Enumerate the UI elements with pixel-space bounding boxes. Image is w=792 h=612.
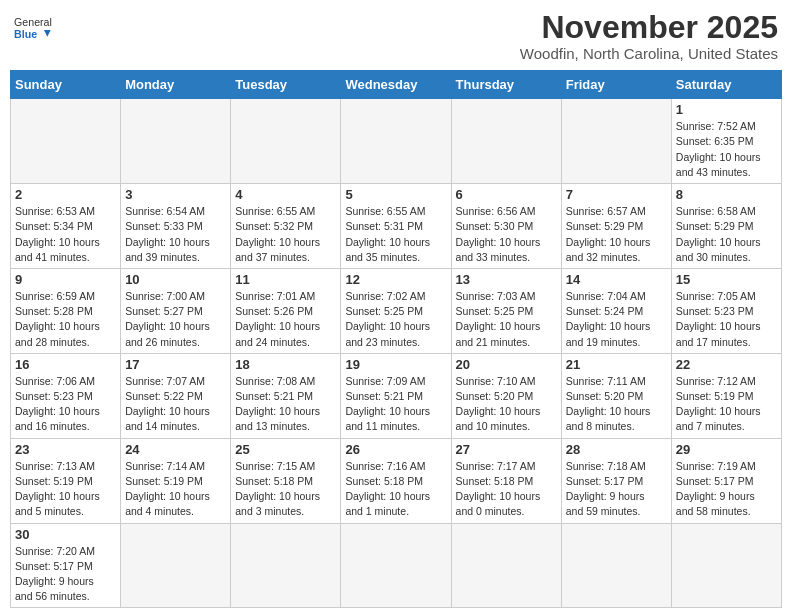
day-info: Sunrise: 7:00 AM Sunset: 5:27 PM Dayligh… [125, 289, 226, 350]
day-info: Sunrise: 7:10 AM Sunset: 5:20 PM Dayligh… [456, 374, 557, 435]
day-cell [561, 523, 671, 608]
day-number: 4 [235, 187, 336, 202]
day-info: Sunrise: 7:15 AM Sunset: 5:18 PM Dayligh… [235, 459, 336, 520]
svg-text:Blue: Blue [14, 28, 37, 40]
day-cell: 19Sunrise: 7:09 AM Sunset: 5:21 PM Dayli… [341, 353, 451, 438]
day-number: 30 [15, 527, 116, 542]
day-cell: 16Sunrise: 7:06 AM Sunset: 5:23 PM Dayli… [11, 353, 121, 438]
day-info: Sunrise: 7:18 AM Sunset: 5:17 PM Dayligh… [566, 459, 667, 520]
day-info: Sunrise: 6:53 AM Sunset: 5:34 PM Dayligh… [15, 204, 116, 265]
day-cell: 8Sunrise: 6:58 AM Sunset: 5:29 PM Daylig… [671, 184, 781, 269]
page-header: General Blue November 2025 Woodfin, Nort… [10, 10, 782, 62]
day-number: 21 [566, 357, 667, 372]
day-cell: 15Sunrise: 7:05 AM Sunset: 5:23 PM Dayli… [671, 268, 781, 353]
day-info: Sunrise: 6:55 AM Sunset: 5:31 PM Dayligh… [345, 204, 446, 265]
day-cell: 7Sunrise: 6:57 AM Sunset: 5:29 PM Daylig… [561, 184, 671, 269]
day-info: Sunrise: 7:17 AM Sunset: 5:18 PM Dayligh… [456, 459, 557, 520]
day-cell: 13Sunrise: 7:03 AM Sunset: 5:25 PM Dayli… [451, 268, 561, 353]
day-cell: 12Sunrise: 7:02 AM Sunset: 5:25 PM Dayli… [341, 268, 451, 353]
svg-text:General: General [14, 16, 52, 28]
day-cell [231, 523, 341, 608]
day-info: Sunrise: 7:13 AM Sunset: 5:19 PM Dayligh… [15, 459, 116, 520]
day-info: Sunrise: 7:04 AM Sunset: 5:24 PM Dayligh… [566, 289, 667, 350]
day-info: Sunrise: 7:16 AM Sunset: 5:18 PM Dayligh… [345, 459, 446, 520]
day-info: Sunrise: 7:20 AM Sunset: 5:17 PM Dayligh… [15, 544, 116, 605]
weekday-header-thursday: Thursday [451, 71, 561, 99]
day-cell: 28Sunrise: 7:18 AM Sunset: 5:17 PM Dayli… [561, 438, 671, 523]
day-cell: 24Sunrise: 7:14 AM Sunset: 5:19 PM Dayli… [121, 438, 231, 523]
weekday-header-wednesday: Wednesday [341, 71, 451, 99]
day-number: 25 [235, 442, 336, 457]
day-number: 2 [15, 187, 116, 202]
day-info: Sunrise: 7:08 AM Sunset: 5:21 PM Dayligh… [235, 374, 336, 435]
day-info: Sunrise: 7:09 AM Sunset: 5:21 PM Dayligh… [345, 374, 446, 435]
day-info: Sunrise: 7:11 AM Sunset: 5:20 PM Dayligh… [566, 374, 667, 435]
day-cell: 1Sunrise: 7:52 AM Sunset: 6:35 PM Daylig… [671, 99, 781, 184]
day-info: Sunrise: 7:05 AM Sunset: 5:23 PM Dayligh… [676, 289, 777, 350]
day-number: 16 [15, 357, 116, 372]
month-title: November 2025 [520, 10, 778, 45]
day-number: 15 [676, 272, 777, 287]
week-row-5: 30Sunrise: 7:20 AM Sunset: 5:17 PM Dayli… [11, 523, 782, 608]
day-cell: 11Sunrise: 7:01 AM Sunset: 5:26 PM Dayli… [231, 268, 341, 353]
week-row-3: 16Sunrise: 7:06 AM Sunset: 5:23 PM Dayli… [11, 353, 782, 438]
day-info: Sunrise: 7:02 AM Sunset: 5:25 PM Dayligh… [345, 289, 446, 350]
day-cell [671, 523, 781, 608]
day-info: Sunrise: 6:57 AM Sunset: 5:29 PM Dayligh… [566, 204, 667, 265]
week-row-4: 23Sunrise: 7:13 AM Sunset: 5:19 PM Dayli… [11, 438, 782, 523]
day-cell [341, 523, 451, 608]
weekday-header-monday: Monday [121, 71, 231, 99]
day-cell: 10Sunrise: 7:00 AM Sunset: 5:27 PM Dayli… [121, 268, 231, 353]
day-cell: 29Sunrise: 7:19 AM Sunset: 5:17 PM Dayli… [671, 438, 781, 523]
calendar-table: SundayMondayTuesdayWednesdayThursdayFrid… [10, 70, 782, 608]
day-cell: 25Sunrise: 7:15 AM Sunset: 5:18 PM Dayli… [231, 438, 341, 523]
day-cell [121, 523, 231, 608]
day-info: Sunrise: 6:55 AM Sunset: 5:32 PM Dayligh… [235, 204, 336, 265]
day-number: 13 [456, 272, 557, 287]
day-number: 28 [566, 442, 667, 457]
day-number: 8 [676, 187, 777, 202]
day-info: Sunrise: 7:03 AM Sunset: 5:25 PM Dayligh… [456, 289, 557, 350]
day-cell: 27Sunrise: 7:17 AM Sunset: 5:18 PM Dayli… [451, 438, 561, 523]
day-info: Sunrise: 7:01 AM Sunset: 5:26 PM Dayligh… [235, 289, 336, 350]
day-cell [451, 99, 561, 184]
day-number: 7 [566, 187, 667, 202]
week-row-0: 1Sunrise: 7:52 AM Sunset: 6:35 PM Daylig… [11, 99, 782, 184]
weekday-header-saturday: Saturday [671, 71, 781, 99]
day-number: 27 [456, 442, 557, 457]
day-number: 29 [676, 442, 777, 457]
week-row-2: 9Sunrise: 6:59 AM Sunset: 5:28 PM Daylig… [11, 268, 782, 353]
day-number: 17 [125, 357, 226, 372]
day-cell [561, 99, 671, 184]
day-cell [11, 99, 121, 184]
day-info: Sunrise: 7:19 AM Sunset: 5:17 PM Dayligh… [676, 459, 777, 520]
day-number: 19 [345, 357, 446, 372]
day-info: Sunrise: 6:56 AM Sunset: 5:30 PM Dayligh… [456, 204, 557, 265]
day-number: 18 [235, 357, 336, 372]
day-cell: 21Sunrise: 7:11 AM Sunset: 5:20 PM Dayli… [561, 353, 671, 438]
day-cell: 5Sunrise: 6:55 AM Sunset: 5:31 PM Daylig… [341, 184, 451, 269]
day-cell: 14Sunrise: 7:04 AM Sunset: 5:24 PM Dayli… [561, 268, 671, 353]
day-cell: 20Sunrise: 7:10 AM Sunset: 5:20 PM Dayli… [451, 353, 561, 438]
day-number: 20 [456, 357, 557, 372]
day-cell [341, 99, 451, 184]
day-cell [451, 523, 561, 608]
day-cell: 4Sunrise: 6:55 AM Sunset: 5:32 PM Daylig… [231, 184, 341, 269]
logo: General Blue [14, 10, 54, 46]
week-row-1: 2Sunrise: 6:53 AM Sunset: 5:34 PM Daylig… [11, 184, 782, 269]
day-info: Sunrise: 7:52 AM Sunset: 6:35 PM Dayligh… [676, 119, 777, 180]
day-number: 12 [345, 272, 446, 287]
day-cell: 9Sunrise: 6:59 AM Sunset: 5:28 PM Daylig… [11, 268, 121, 353]
day-cell: 23Sunrise: 7:13 AM Sunset: 5:19 PM Dayli… [11, 438, 121, 523]
day-cell: 6Sunrise: 6:56 AM Sunset: 5:30 PM Daylig… [451, 184, 561, 269]
day-cell: 30Sunrise: 7:20 AM Sunset: 5:17 PM Dayli… [11, 523, 121, 608]
weekday-header-friday: Friday [561, 71, 671, 99]
logo-svg: General Blue [14, 10, 54, 46]
day-number: 9 [15, 272, 116, 287]
day-cell: 22Sunrise: 7:12 AM Sunset: 5:19 PM Dayli… [671, 353, 781, 438]
day-number: 3 [125, 187, 226, 202]
location: Woodfin, North Carolina, United States [520, 45, 778, 62]
day-number: 23 [15, 442, 116, 457]
day-number: 24 [125, 442, 226, 457]
day-info: Sunrise: 6:54 AM Sunset: 5:33 PM Dayligh… [125, 204, 226, 265]
